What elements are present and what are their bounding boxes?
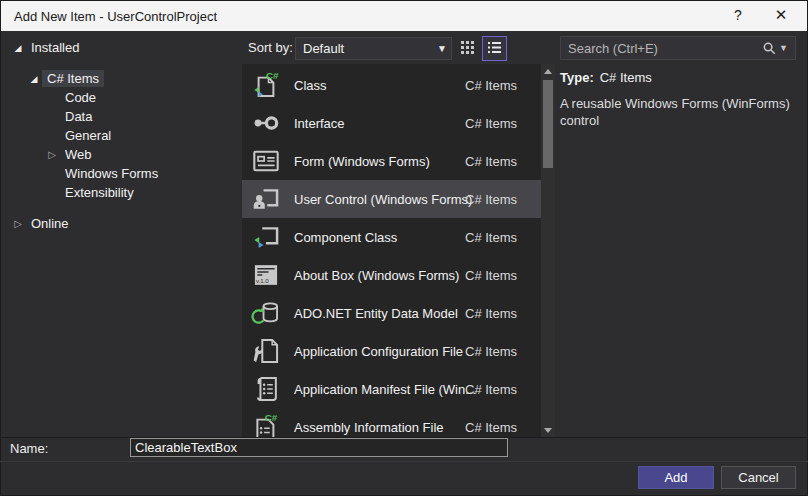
tree-item-label: Code [60,89,101,106]
svg-text:C#: C# [265,412,278,423]
template-item-application-configuration-file[interactable]: Application Configuration FileC# Items [242,332,541,370]
titlebar: Add New Item - UserControlProject [1,1,807,31]
small-icons-view-button[interactable] [457,38,478,59]
svg-text:v.1.0: v.1.0 [256,277,269,284]
tree-item-label: Windows Forms [60,165,163,182]
template-item-ado-net-entity-data-model[interactable]: ADO.NET Entity Data ModelC# Items [242,294,541,332]
add-new-item-dialog: { "window": { "title": "Add New Item - U… [0,0,808,496]
template-item-category: C# Items [465,116,517,131]
close-button[interactable]: ✕ [760,0,802,30]
template-item-name: Component Class [294,230,397,245]
template-item-class[interactable]: C#ClassC# Items [242,66,541,104]
template-info-panel: Type:C# Items A reusable Windows Forms (… [560,64,800,129]
template-item-name: User Control (Windows Forms) [294,192,472,207]
assembly-info-file-icon: C# [250,411,282,437]
expander-expanded-icon[interactable]: ◢ [10,43,26,53]
template-item-category: C# Items [465,420,517,435]
sort-by-value: Default [296,41,433,56]
template-item-form-windows-forms[interactable]: Form (Windows Forms)C# Items [242,142,541,180]
user-control-icon [250,183,282,215]
category-tree: ◢Installed◢C# ItemsCodeDataGeneral▷WebWi… [0,31,240,437]
type-label: Type: [560,70,594,85]
search-input[interactable] [561,41,759,56]
list-view-icon [487,40,502,58]
tree-item-general[interactable]: General [0,126,240,145]
template-item-category: C# Items [465,268,517,283]
template-item-name: ADO.NET Entity Data Model [294,306,458,321]
expander-collapsed-icon[interactable]: ▷ [10,218,26,229]
template-item-category: C# Items [465,344,517,359]
search-dropdown-icon[interactable]: ▼ [779,43,795,53]
template-item-name: Interface [294,116,345,131]
template-item-category: C# Items [465,306,517,321]
tree-item-label: Web [60,146,97,163]
app-manifest-file-icon [250,373,282,405]
tree-item-label: Extensibility [60,184,139,201]
form-windows-icon [250,145,282,177]
template-item-component-class[interactable]: Component ClassC# Items [242,218,541,256]
scroll-up-button[interactable] [541,64,555,78]
template-item-application-manifest-file-win[interactable]: Application Manifest File (Win...C# Item… [242,370,541,408]
list-scrollbar[interactable] [541,64,555,437]
list-view-button[interactable] [482,36,507,61]
interface-icon [250,107,282,139]
scroll-down-button[interactable] [541,423,555,437]
add-button[interactable]: Add [638,466,714,489]
tree-item-label: Online [26,215,74,232]
tree-item-c-items[interactable]: ◢C# Items [0,69,240,88]
scroll-thumb[interactable] [543,80,553,168]
template-item-name: Assembly Information File [294,420,444,435]
component-class-icon [250,221,282,253]
cancel-button[interactable]: Cancel [721,466,796,489]
template-item-assembly-information-file[interactable]: C#Assembly Information FileC# Items [242,408,541,437]
small-icons-view-icon [460,40,475,58]
tree-item-label: C# Items [42,70,104,87]
expander-collapsed-icon[interactable]: ▷ [44,149,60,160]
template-item-user-control-windows-forms[interactable]: User Control (Windows Forms)C# Items [242,180,541,218]
template-item-category: C# Items [465,192,517,207]
sort-by-dropdown[interactable]: Default ▼ [295,37,452,60]
divider [0,461,808,462]
name-label: Name: [10,441,48,456]
dialog-title: Add New Item - UserControlProject [1,9,217,24]
type-value: C# Items [600,70,652,85]
chevron-down-icon: ▼ [433,43,451,54]
template-item-name: About Box (Windows Forms) [294,268,459,283]
tree-item-label: General [60,127,116,144]
template-item-category: C# Items [465,382,517,397]
tree-item-code[interactable]: Code [0,88,240,107]
template-item-name: Application Manifest File (Win... [294,382,476,397]
tree-item-web[interactable]: ▷Web [0,145,240,164]
template-list: C#ClassC# ItemsInterfaceC# ItemsForm (Wi… [242,64,555,437]
template-item-category: C# Items [465,78,517,93]
svg-text:C#: C# [266,70,279,81]
entity-data-model-icon [250,297,282,329]
template-description: A reusable Windows Forms (WinForms) cont… [560,95,792,129]
template-item-name: Class [294,78,327,93]
template-item-interface[interactable]: InterfaceC# Items [242,104,541,142]
search-box: ▼ [560,36,796,60]
tree-item-label: Installed [26,39,84,56]
tree-item-installed[interactable]: ◢Installed [0,38,240,57]
template-item-name: Form (Windows Forms) [294,154,430,169]
template-item-name: Application Configuration File [294,344,463,359]
tree-item-windows-forms[interactable]: Windows Forms [0,164,240,183]
sort-by-label: Sort by: [248,36,293,60]
tree-item-data[interactable]: Data [0,107,240,126]
template-item-category: C# Items [465,154,517,169]
expander-expanded-icon[interactable]: ◢ [26,74,42,84]
tree-item-label: Data [60,108,97,125]
tree-item-online[interactable]: ▷Online [0,214,240,233]
search-icon[interactable] [759,41,779,56]
help-button[interactable]: ? [720,0,756,30]
template-item-category: C# Items [465,230,517,245]
template-item-about-box-windows-forms[interactable]: v.1.0About Box (Windows Forms)C# Items [242,256,541,294]
csharp-class-icon: C# [250,69,282,101]
tree-item-extensibility[interactable]: Extensibility [0,183,240,202]
about-box-icon: v.1.0 [250,259,282,291]
app-config-file-icon [250,335,282,367]
name-input[interactable] [130,438,508,457]
